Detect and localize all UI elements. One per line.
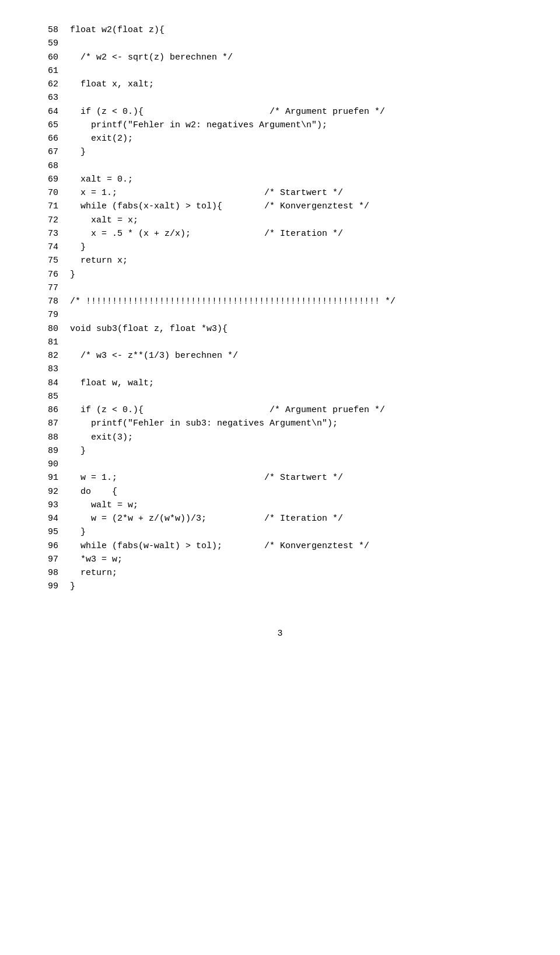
line-content: /* w2 <- sqrt(z) berechnen */ bbox=[70, 51, 525, 64]
code-line: 83 bbox=[35, 363, 525, 376]
code-line: 66 exit(2); bbox=[35, 132, 525, 145]
line-number: 78 bbox=[35, 295, 58, 308]
line-number: 85 bbox=[35, 390, 58, 403]
line-content: if (z < 0.){ /* Argument pruefen */ bbox=[70, 105, 525, 118]
line-content: *w3 = w; bbox=[70, 553, 525, 566]
line-number: 89 bbox=[35, 444, 58, 458]
code-block: 58float w2(float z){5960 /* w2 <- sqrt(z… bbox=[35, 23, 525, 594]
code-line: 99} bbox=[35, 580, 525, 593]
line-content: while (fabs(w-walt) > tol); /* Konvergen… bbox=[70, 539, 525, 553]
line-number: 62 bbox=[35, 78, 58, 91]
code-line: 70 x = 1.; /* Startwert */ bbox=[35, 186, 525, 200]
line-content: printf("Fehler in sub3: negatives Argume… bbox=[70, 417, 525, 430]
line-number: 75 bbox=[35, 254, 58, 267]
code-line: 77 bbox=[35, 281, 525, 295]
line-number: 92 bbox=[35, 485, 58, 499]
code-line: 75 return x; bbox=[35, 254, 525, 267]
code-line: 60 /* w2 <- sqrt(z) berechnen */ bbox=[35, 51, 525, 64]
code-line: 61 bbox=[35, 64, 525, 78]
code-line: 67 } bbox=[35, 145, 525, 159]
line-number: 61 bbox=[35, 64, 58, 78]
code-line: 88 exit(3); bbox=[35, 431, 525, 444]
line-number: 80 bbox=[35, 322, 58, 336]
line-number: 73 bbox=[35, 227, 58, 241]
line-number: 96 bbox=[35, 539, 58, 553]
code-line: 91 w = 1.; /* Startwert */ bbox=[35, 471, 525, 485]
code-line: 92 do { bbox=[35, 485, 525, 499]
line-content: x = 1.; /* Startwert */ bbox=[70, 186, 525, 200]
line-content: } bbox=[70, 580, 525, 593]
line-content: while (fabs(x-xalt) > tol){ /* Konvergen… bbox=[70, 200, 525, 213]
line-number: 64 bbox=[35, 105, 58, 118]
line-number: 63 bbox=[35, 91, 58, 104]
code-line: 94 w = (2*w + z/(w*w))/3; /* Iteration *… bbox=[35, 512, 525, 525]
code-line: 78/* !!!!!!!!!!!!!!!!!!!!!!!!!!!!!!!!!!!… bbox=[35, 295, 525, 308]
line-content: } bbox=[70, 268, 525, 281]
code-line: 80void sub3(float z, float *w3){ bbox=[35, 322, 525, 336]
line-content: x = .5 * (x + z/x); /* Iteration */ bbox=[70, 227, 525, 241]
line-content: float w2(float z){ bbox=[70, 23, 525, 37]
code-line: 63 bbox=[35, 91, 525, 104]
line-number: 66 bbox=[35, 132, 58, 145]
line-number: 72 bbox=[35, 214, 58, 227]
line-content: xalt = 0.; bbox=[70, 173, 525, 186]
line-number: 70 bbox=[35, 186, 58, 200]
line-content: if (z < 0.){ /* Argument pruefen */ bbox=[70, 403, 525, 417]
line-number: 90 bbox=[35, 458, 58, 471]
line-number: 65 bbox=[35, 118, 58, 132]
line-content: void sub3(float z, float *w3){ bbox=[70, 322, 525, 336]
code-line: 73 x = .5 * (x + z/x); /* Iteration */ bbox=[35, 227, 525, 241]
line-number: 74 bbox=[35, 241, 58, 254]
line-number: 81 bbox=[35, 336, 58, 349]
line-number: 67 bbox=[35, 145, 58, 159]
line-content: return; bbox=[70, 566, 525, 580]
line-content: } bbox=[70, 241, 525, 254]
code-line: 79 bbox=[35, 308, 525, 322]
line-content: } bbox=[70, 145, 525, 159]
line-content: w = (2*w + z/(w*w))/3; /* Iteration */ bbox=[70, 512, 525, 525]
code-line: 87 printf("Fehler in sub3: negatives Arg… bbox=[35, 417, 525, 430]
code-line: 95 } bbox=[35, 525, 525, 539]
line-number: 69 bbox=[35, 173, 58, 186]
code-line: 72 xalt = x; bbox=[35, 214, 525, 227]
code-line: 68 bbox=[35, 159, 525, 173]
line-number: 91 bbox=[35, 471, 58, 485]
line-content: } bbox=[70, 444, 525, 458]
code-line: 62 float x, xalt; bbox=[35, 78, 525, 91]
line-content: /* !!!!!!!!!!!!!!!!!!!!!!!!!!!!!!!!!!!!!… bbox=[70, 295, 525, 308]
line-content: float w, walt; bbox=[70, 377, 525, 390]
code-line: 59 bbox=[35, 37, 525, 50]
line-number: 83 bbox=[35, 363, 58, 376]
line-number: 77 bbox=[35, 281, 58, 295]
line-number: 84 bbox=[35, 377, 58, 390]
code-line: 71 while (fabs(x-xalt) > tol){ /* Konver… bbox=[35, 200, 525, 213]
line-content: w = 1.; /* Startwert */ bbox=[70, 471, 525, 485]
code-line: 76} bbox=[35, 268, 525, 281]
line-content: exit(2); bbox=[70, 132, 525, 145]
code-line: 69 xalt = 0.; bbox=[35, 173, 525, 186]
line-number: 86 bbox=[35, 403, 58, 417]
line-number: 68 bbox=[35, 159, 58, 173]
line-number: 82 bbox=[35, 349, 58, 363]
line-content: xalt = x; bbox=[70, 214, 525, 227]
code-line: 89 } bbox=[35, 444, 525, 458]
line-number: 94 bbox=[35, 512, 58, 525]
line-number: 88 bbox=[35, 431, 58, 444]
line-number: 99 bbox=[35, 580, 58, 593]
line-content: return x; bbox=[70, 254, 525, 267]
line-content: float x, xalt; bbox=[70, 78, 525, 91]
line-content: } bbox=[70, 525, 525, 539]
code-line: 96 while (fabs(w-walt) > tol); /* Konver… bbox=[35, 539, 525, 553]
line-content: exit(3); bbox=[70, 431, 525, 444]
line-number: 87 bbox=[35, 417, 58, 430]
line-content: /* w3 <- z**(1/3) berechnen */ bbox=[70, 349, 525, 363]
line-number: 95 bbox=[35, 525, 58, 539]
code-line: 81 bbox=[35, 336, 525, 349]
line-number: 93 bbox=[35, 499, 58, 512]
line-number: 71 bbox=[35, 200, 58, 213]
code-line: 64 if (z < 0.){ /* Argument pruefen */ bbox=[35, 105, 525, 118]
code-line: 65 printf("Fehler in w2: negatives Argum… bbox=[35, 118, 525, 132]
line-number: 58 bbox=[35, 23, 58, 37]
line-number: 76 bbox=[35, 268, 58, 281]
code-line: 74 } bbox=[35, 241, 525, 254]
